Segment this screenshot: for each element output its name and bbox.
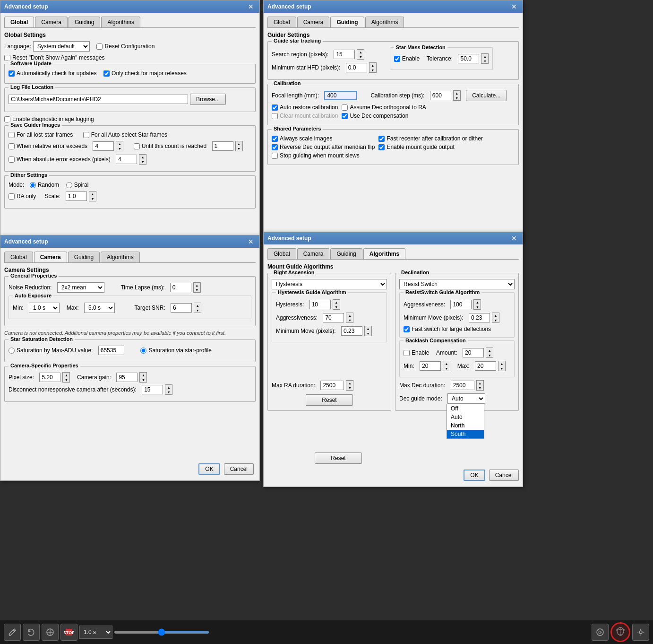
use-dec-comp-checkbox[interactable] [342,113,348,119]
time-lapse-spinner[interactable]: ▲▼ [193,282,201,293]
backlash-max-spinner[interactable]: ▲▼ [498,361,506,371]
major-only-checkbox[interactable] [103,70,110,77]
pixel-size-spinner[interactable]: ▲▼ [62,372,70,383]
stop-guiding-checkbox[interactable] [272,153,278,159]
dec-minmove-input[interactable] [469,313,490,322]
close-global[interactable]: ✕ [246,3,256,10]
dec-guide-mode-select[interactable]: Auto [447,393,485,404]
dropdown-north[interactable]: North [447,421,484,430]
camera-gain-input[interactable] [116,373,137,382]
enable-mount-checkbox[interactable] [378,144,385,150]
reset-messages-checkbox[interactable] [4,55,10,61]
backlash-max-input[interactable] [475,361,496,371]
rel-error-input[interactable] [93,141,114,151]
backlash-min-input[interactable] [420,361,441,371]
backlash-amount-input[interactable] [463,348,484,357]
undo-button[interactable] [23,624,40,641]
tab-camera-camera[interactable]: Camera [34,252,67,262]
noise-reduction-select[interactable]: 2x2 mean [57,282,104,293]
tab-camera-global[interactable]: Global [4,252,33,262]
ra-aggr-input[interactable] [323,313,344,322]
tab-camera-algorithms[interactable]: Algorithms [101,252,140,262]
tab-guiding-camera[interactable]: Camera [297,17,330,27]
time-lapse-input[interactable] [170,283,191,292]
dec-minmove-spinner[interactable]: ▲▼ [492,313,499,323]
ra-minmove-spinner[interactable]: ▲▼ [364,326,372,336]
close-algorithms[interactable]: ✕ [509,235,519,242]
tab-global-algorithms[interactable]: Algorithms [101,17,140,27]
camera-ok-button[interactable]: OK [198,463,220,475]
assume-dec-checkbox[interactable] [342,104,348,111]
tab-algo-algorithms[interactable]: Algorithms [363,248,405,259]
tab-algo-camera[interactable]: Camera [297,248,330,259]
ae-min-select[interactable]: 1.0 s [29,303,60,313]
star-profile-radio[interactable] [140,348,146,354]
calculate-button[interactable]: Calculate... [466,90,507,101]
auto-check-checkbox[interactable] [9,70,15,77]
exposure-select[interactable]: 1.0 s [79,626,112,639]
tab-algo-global[interactable]: Global [267,248,296,259]
tab-global-camera[interactable]: Camera [35,17,68,27]
fast-switch-checkbox[interactable] [404,326,410,332]
tab-guiding-algorithms[interactable]: Algorithms [365,17,404,27]
target-snr-spinner[interactable]: ▲▼ [194,303,201,313]
rel-error-spinner[interactable]: ▲▼ [116,141,123,151]
reset-config-checkbox[interactable] [96,44,103,50]
stop-button[interactable]: STOP [60,624,77,641]
min-hfd-input[interactable] [346,63,367,72]
backlash-min-spinner[interactable]: ▲▼ [443,361,450,371]
count-checkbox[interactable] [134,143,140,149]
close-camera[interactable]: ✕ [246,238,256,245]
min-hfd-spinner[interactable]: ▲▼ [369,62,377,73]
target-snr-input[interactable] [171,303,192,313]
scale-input[interactable] [66,191,87,201]
algo-ok-button[interactable]: OK [464,470,485,481]
count-spinner[interactable]: ▲▼ [235,141,243,151]
rel-error-checkbox[interactable] [9,143,15,149]
cal-step-input[interactable] [430,91,451,100]
dec-aggr-spinner[interactable]: ▲▼ [473,299,481,310]
fast-recenter-checkbox[interactable] [378,136,385,142]
star-mass-enable-checkbox[interactable] [394,56,400,62]
scale-spinner[interactable]: ▲▼ [89,191,96,201]
tab-global-global[interactable]: Global [4,17,34,27]
crosshair-button[interactable] [42,624,59,641]
tab-guiding-guiding[interactable]: Guiding [330,17,364,27]
tolerance-spinner[interactable]: ▲▼ [481,53,489,64]
backlash-enable-checkbox[interactable] [404,350,410,356]
disconnect-spinner[interactable]: ▲▼ [165,384,172,395]
settings-button[interactable] [632,624,649,641]
ra-reset-button[interactable]: Reset [306,394,353,406]
auto-restore-checkbox[interactable] [272,104,278,111]
log-path-input[interactable] [9,95,188,104]
always-scale-checkbox[interactable] [272,136,278,142]
search-region-input[interactable] [334,50,355,59]
hysteresis-spinner[interactable]: ▲▼ [333,299,340,310]
tab-global-guiding[interactable]: Guiding [69,17,100,27]
language-select[interactable]: System default [33,41,90,52]
dec-algorithm-select[interactable]: Resist Switch [399,279,515,289]
max-adu-input[interactable] [98,346,124,355]
disconnect-input[interactable] [142,385,163,394]
pencil-button[interactable] [4,624,21,641]
abs-error-spinner[interactable]: ▲▼ [139,154,146,165]
max-adu-radio[interactable] [9,348,15,354]
browse-button[interactable]: Browse... [190,94,226,105]
tolerance-input[interactable] [458,54,479,63]
spiral-radio[interactable] [66,182,72,188]
max-dec-spinner[interactable]: ▲▼ [476,380,484,391]
max-dec-input[interactable] [451,381,474,390]
camera-cancel-button[interactable]: Cancel [224,463,254,475]
dec-reset-button[interactable]: Reset [315,453,362,464]
hysteresis-input[interactable] [309,300,331,309]
reverse-dec-checkbox[interactable] [272,144,278,150]
pixel-size-input[interactable] [39,373,60,382]
algo-cancel-button[interactable]: Cancel [489,470,519,481]
lost-star-checkbox[interactable] [9,132,15,138]
random-radio[interactable] [30,182,36,188]
clear-mount-checkbox[interactable] [272,113,278,119]
focal-length-input[interactable] [324,91,357,100]
diag-logging-checkbox[interactable] [4,116,10,122]
brain-button[interactable] [610,622,630,642]
cal-step-spinner[interactable]: ▲▼ [453,90,461,101]
